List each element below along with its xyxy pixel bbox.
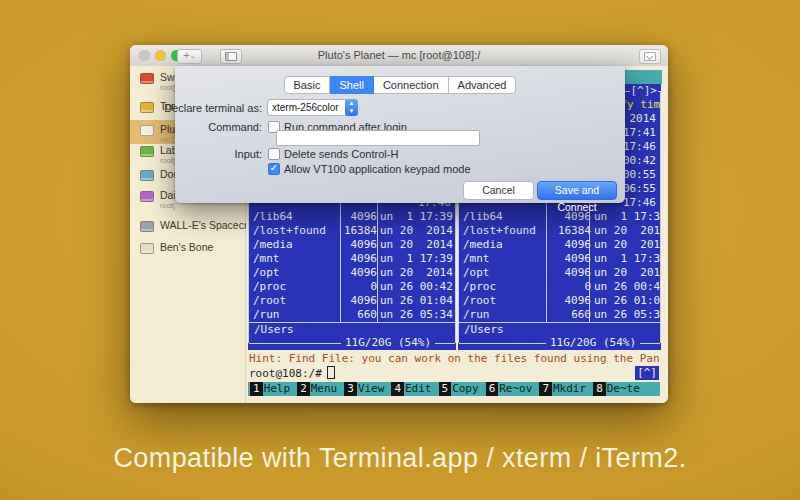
chevron-down-icon: ⌄ [190,52,196,59]
envelope-icon [644,52,656,61]
cancel-button[interactable]: Cancel [463,181,534,200]
fkey-menu[interactable]: 2Menu [297,382,337,396]
shell-prompt[interactable]: root@108:/#[^] [249,366,668,380]
tab-connection[interactable]: Connection [374,76,449,94]
panel-border [660,91,661,343]
desktop-background: +⌄ Pluto's Planet — mc [root@108]:/ Swif… [0,0,800,500]
titlebar-right-button[interactable] [639,49,661,64]
fkey-mkdir[interactable]: 7Mkdir [539,382,586,396]
input-label: Input: [234,148,262,160]
display-icon [140,170,154,181]
mc-hint-line: Hint: Find File: you can work on the fil… [249,352,668,366]
terminal-type-dropdown[interactable]: xterm-256color [267,99,346,116]
panel-footer: 11G/20G (54%) [249,336,455,350]
panel-corner-marker: [^]> [630,85,659,97]
display-icon [140,191,154,202]
file-row[interactable]: /proc0un 26 00:42 [459,280,660,294]
file-row[interactable]: /root4096un 26 01:04 [249,294,455,308]
settings-tab-bar: Basic Shell Connection Advanced [175,76,625,94]
sidebar-icon [225,52,237,61]
delete-control-h-label: Delete sends Control-H [284,148,398,160]
file-row[interactable]: /run660un 26 05:34 [459,308,660,322]
display-icon [140,125,154,136]
window-title: Pluto's Planet — mc [root@108]:/ [130,45,668,66]
window-titlebar[interactable]: +⌄ Pluto's Planet — mc [root@108]:/ [130,45,668,67]
file-row[interactable]: /lib644096un 1 17:39 [249,210,455,224]
tab-shell[interactable]: Shell [330,76,373,94]
fkey-edit[interactable]: 4Edit [391,382,431,396]
tab-advanced[interactable]: Advanced [449,76,517,94]
mc-function-key-bar: 1Help 2Menu 3View 4Edit 5Copy 6Re~ov 7Mk… [248,382,660,396]
file-row[interactable]: /media4096un 20 2014 [459,238,660,252]
sidebar-item-label: WALL-E's Spacecraft [160,220,245,231]
declare-terminal-label: Declare terminal as: [164,102,262,114]
file-row[interactable]: /mnt4096un 1 17:39 [459,252,660,266]
terminal-cursor [327,366,335,379]
file-row[interactable]: /lost+found16384un 20 2014 [249,224,455,238]
display-icon [140,243,154,254]
display-icon [140,146,154,157]
minimize-window-button[interactable] [155,50,166,61]
new-connection-button[interactable]: +⌄ [177,49,202,64]
file-row[interactable]: /run660un 26 05:34 [249,308,455,322]
fkey-copy[interactable]: 5Copy [439,382,479,396]
tab-basic[interactable]: Basic [284,76,331,94]
fkey-remove[interactable]: 6Re~ov [486,382,533,396]
file-row[interactable]: /opt4096un 20 2014 [249,266,455,280]
panel-ministatus: /Users [459,322,660,336]
display-icon [140,102,154,113]
file-row[interactable]: /media4096un 20 2014 [249,238,455,252]
file-row[interactable]: /proc0un 26 00:42 [249,280,455,294]
vt100-keypad-checkbox[interactable] [268,163,280,175]
file-row[interactable]: /lost+found16384un 20 2014 [459,224,660,238]
toggle-sidebar-button[interactable] [220,49,242,64]
fkey-help[interactable]: 1Help [250,382,290,396]
panel-ministatus: /Users [249,322,455,336]
command-label: Command: [208,121,262,133]
updir-badge: [^] [635,366,659,380]
command-input[interactable] [276,130,480,146]
vt100-keypad-label: Allow VT100 application keypad mode [284,163,471,175]
connection-settings-sheet: Basic Shell Connection Advanced Declare … [175,66,625,203]
file-row[interactable]: /root4096un 26 01:04 [459,294,660,308]
display-icon [140,221,154,232]
fkey-delete[interactable]: 8De~te [593,382,640,396]
dropdown-stepper-icon[interactable]: ▲▼ [345,99,358,116]
file-row[interactable]: /opt4096un 20 2014 [459,266,660,280]
panel-footer: 11G/20G (54%) [459,336,660,350]
file-row[interactable]: /mnt4096un 1 17:39 [249,252,455,266]
delete-control-h-checkbox[interactable] [268,148,280,160]
display-icon [140,73,154,84]
sidebar-item-ben[interactable]: Ben's Bone [138,242,245,266]
close-window-button[interactable] [139,50,150,61]
save-and-connect-button[interactable]: Save and Connect [537,181,617,200]
marketing-caption: Compatible with Terminal.app / xterm / i… [0,443,800,474]
fkey-view[interactable]: 3View [344,382,384,396]
sidebar-item-label: Ben's Bone [160,242,245,253]
prompt-text: root@108:/# [249,367,322,380]
